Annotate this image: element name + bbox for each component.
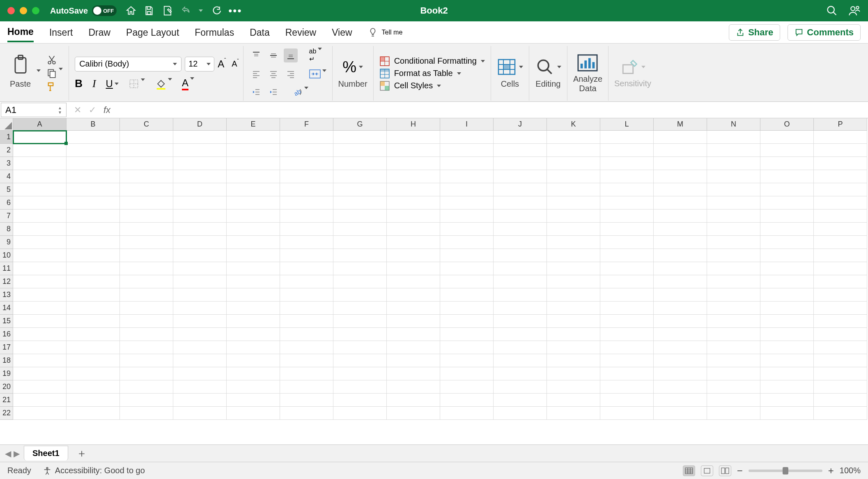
cell[interactable] <box>547 157 600 170</box>
cell[interactable] <box>600 394 654 407</box>
cell[interactable] <box>13 394 67 407</box>
cell[interactable] <box>547 341 600 354</box>
increase-font-icon[interactable]: Aˆ <box>218 58 224 70</box>
cell[interactable] <box>333 157 387 170</box>
cell[interactable] <box>440 354 494 367</box>
cell[interactable] <box>760 196 814 210</box>
row-header[interactable]: 14 <box>0 302 13 315</box>
cell[interactable] <box>760 210 814 223</box>
align-middle-icon[interactable] <box>266 48 280 62</box>
cell[interactable] <box>494 367 547 380</box>
cell[interactable] <box>654 131 707 144</box>
cell[interactable] <box>494 196 547 210</box>
cell[interactable] <box>227 380 280 394</box>
cell[interactable] <box>707 394 760 407</box>
cell[interactable] <box>654 144 707 157</box>
cell[interactable] <box>814 275 867 288</box>
cell[interactable] <box>387 170 440 183</box>
cell[interactable] <box>120 315 173 328</box>
cell[interactable] <box>440 144 494 157</box>
cell[interactable] <box>760 407 814 420</box>
cell[interactable] <box>760 170 814 183</box>
zoom-in-button[interactable]: + <box>828 465 834 477</box>
cell[interactable] <box>440 249 494 262</box>
cell[interactable] <box>173 341 227 354</box>
cell[interactable] <box>280 210 333 223</box>
cell[interactable] <box>333 328 387 341</box>
cell[interactable] <box>280 354 333 367</box>
cell-styles-button[interactable]: Cell Styles <box>379 80 441 92</box>
cell[interactable] <box>173 210 227 223</box>
cell[interactable] <box>814 131 867 144</box>
cell[interactable] <box>707 131 760 144</box>
cell[interactable] <box>227 354 280 367</box>
cell[interactable] <box>280 236 333 249</box>
prev-sheet-icon[interactable]: ◀ <box>5 449 11 458</box>
cell[interactable] <box>67 196 120 210</box>
sheet-tab-sheet1[interactable]: Sheet1 <box>24 446 68 461</box>
column-header[interactable]: D <box>173 118 227 131</box>
align-left-icon[interactable] <box>249 67 263 81</box>
cell[interactable] <box>440 262 494 275</box>
cell[interactable] <box>173 262 227 275</box>
cell[interactable] <box>440 196 494 210</box>
cell[interactable] <box>333 249 387 262</box>
cell[interactable] <box>600 354 654 367</box>
cell[interactable] <box>387 315 440 328</box>
cell[interactable] <box>814 302 867 315</box>
cell[interactable] <box>707 354 760 367</box>
cell[interactable] <box>387 157 440 170</box>
cell[interactable] <box>654 183 707 196</box>
cell[interactable] <box>814 196 867 210</box>
cell[interactable] <box>760 288 814 302</box>
cell[interactable] <box>547 315 600 328</box>
cell[interactable] <box>600 315 654 328</box>
align-top-icon[interactable] <box>249 48 263 62</box>
cell[interactable] <box>654 354 707 367</box>
cell[interactable] <box>67 262 120 275</box>
cell[interactable] <box>494 354 547 367</box>
cell[interactable] <box>547 236 600 249</box>
cancel-formula-icon[interactable]: ✕ <box>74 105 81 115</box>
cell[interactable] <box>494 328 547 341</box>
cell[interactable] <box>440 157 494 170</box>
cell[interactable] <box>67 170 120 183</box>
normal-view-icon[interactable] <box>683 465 695 476</box>
cell[interactable] <box>654 367 707 380</box>
undo-icon[interactable] <box>181 5 191 16</box>
page-layout-view-icon[interactable] <box>701 465 713 476</box>
cell[interactable] <box>173 394 227 407</box>
column-header[interactable]: H <box>387 118 440 131</box>
cell[interactable] <box>440 183 494 196</box>
cell[interactable] <box>13 302 67 315</box>
cell[interactable] <box>280 144 333 157</box>
cell[interactable] <box>120 275 173 288</box>
row-header[interactable]: 19 <box>0 367 13 380</box>
cell[interactable] <box>494 380 547 394</box>
cell[interactable] <box>600 288 654 302</box>
cell[interactable] <box>120 380 173 394</box>
align-right-icon[interactable] <box>284 67 298 81</box>
cell[interactable] <box>494 407 547 420</box>
page-break-view-icon[interactable] <box>719 465 731 476</box>
cell[interactable] <box>173 183 227 196</box>
cell[interactable] <box>227 144 280 157</box>
cell[interactable] <box>600 275 654 288</box>
cell[interactable] <box>227 407 280 420</box>
cell[interactable] <box>280 275 333 288</box>
cell[interactable] <box>654 341 707 354</box>
cell[interactable] <box>227 315 280 328</box>
cell[interactable] <box>67 131 120 144</box>
conditional-formatting-button[interactable]: Conditional Formatting <box>379 55 485 67</box>
cell[interactable] <box>760 157 814 170</box>
cell[interactable] <box>67 210 120 223</box>
cell[interactable] <box>280 131 333 144</box>
next-sheet-icon[interactable]: ▶ <box>14 449 20 458</box>
cell[interactable] <box>654 223 707 236</box>
select-all-corner[interactable] <box>0 118 13 131</box>
cell[interactable] <box>600 144 654 157</box>
cell[interactable] <box>227 328 280 341</box>
cell[interactable] <box>440 210 494 223</box>
cell[interactable] <box>173 236 227 249</box>
cell[interactable] <box>547 302 600 315</box>
